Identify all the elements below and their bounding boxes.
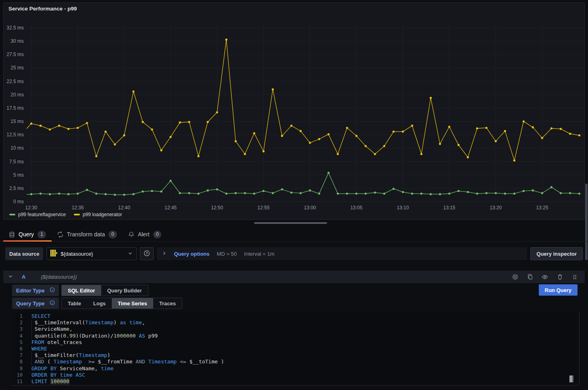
line-number: 2 [12,319,31,326]
query-options-toggle[interactable]: Query options [174,251,209,257]
tab-label: Transform data [67,231,105,238]
svg-text:15 ms: 15 ms [10,119,24,124]
editor-type-radio-group: SQL Editor Query Builder [61,285,148,296]
line-number: 6 [12,346,31,352]
chevron-right-icon[interactable] [162,251,167,257]
code-line[interactable]: 3 ServiceName, [12,326,579,332]
code-line[interactable]: 11LIMIT 100000 [12,378,579,385]
tab-count-badge: 0 [108,231,117,238]
code-line[interactable]: 2 $__timeInterval(Timestamp) as time, [12,319,579,326]
svg-text:12:55: 12:55 [257,205,269,211]
editor-type-label: Editor Type [16,288,45,294]
editor-type-query-builder[interactable]: Query Builder [101,285,148,296]
panel-title: Service Performance - p99 [8,6,77,12]
svg-text:2.5 ms: 2.5 ms [9,186,24,191]
code-text: LIMIT 100000 [31,378,69,385]
query-datasource-hint: (${datasource}) [41,274,77,280]
bell-icon [128,231,134,238]
collapse-chevron-icon[interactable] [8,274,13,280]
code-line[interactable]: 9GROUP BY ServiceName, time [12,365,579,372]
code-text: $__timeInterval(Timestamp) as time, [31,319,145,326]
legend-label: p99 loadgenerator [83,212,122,217]
svg-text:13:05: 13:05 [350,205,363,211]
info-circle-icon[interactable] [50,287,55,294]
svg-text:12:35: 12:35 [72,205,84,211]
sql-code-editor[interactable]: 1SELECT2 $__timeInterval(Timestamp) as t… [12,311,580,386]
datasource-value: ${datasource} [60,251,125,257]
datasource-picker[interactable]: ${datasource} [46,247,137,260]
tab-count-badge: 0 [153,231,162,238]
svg-text:13:20: 13:20 [490,205,502,211]
hide-response-eye-icon[interactable] [540,274,550,280]
line-number: 8 [12,359,31,365]
editor-type-sql-editor[interactable]: SQL Editor [62,285,101,296]
svg-text:17.5 ms: 17.5 ms [6,105,24,111]
svg-text:13:25: 13:25 [536,205,548,211]
code-text: FROM otel_traces [31,339,82,346]
run-query-button[interactable]: Run Query [539,284,578,296]
query-type-label-chip: Query Type [12,298,59,309]
line-number: 7 [12,352,31,359]
database-icon [9,231,15,238]
line-number: 10 [12,372,31,378]
chevron-down-icon [128,251,133,257]
code-text: AND ( Timestamp >= $__fromTime AND Times… [31,359,224,365]
record-query-icon[interactable] [510,274,520,280]
legend-label: p99 featureflagservice [18,212,66,217]
svg-text:12:50: 12:50 [211,205,223,211]
query-type-radio-group: Table Logs Time Series Traces [61,298,182,309]
tab-transform-data[interactable]: Transform data 0 [52,227,123,241]
svg-text:?: ? [146,251,148,255]
code-line[interactable]: 1SELECT [12,313,579,319]
panel-service-performance: Service Performance - p99 0 ms2.5 ms5 ms… [3,2,585,220]
code-line[interactable]: 7 $__timeFilter(Timestamp) [12,352,579,359]
svg-text:32.5 ms: 32.5 ms [6,25,24,31]
tab-alert[interactable]: Alert 0 [123,227,167,241]
line-number: 3 [12,326,31,332]
legend-item-featureflagservice[interactable]: p99 featureflagservice [9,212,66,217]
legend-swatch [9,214,15,215]
svg-text:0 ms: 0 ms [13,199,24,204]
query-type-row: Query Type Table Logs Time Series Traces [12,298,182,309]
svg-text:12.5 ms: 12.5 ms [6,132,24,138]
query-inspector-button[interactable]: Query inspector [530,247,583,260]
tab-query[interactable]: Query 1 [3,227,52,241]
query-type-logs[interactable]: Logs [87,298,112,309]
line-number: 4 [12,333,31,339]
code-line[interactable]: 10ORDER BY time ASC [12,372,579,378]
code-line[interactable]: 8 AND ( Timestamp >= $__fromTime AND Tim… [12,359,579,365]
line-number: 1 [12,313,31,319]
code-text: quantile(0.99)(Duration)/1000000 AS p99 [31,333,158,339]
code-text: GROUP BY ServiceName, time [31,365,114,372]
code-text: $__timeFilter(Timestamp) [31,352,111,359]
duplicate-query-icon[interactable] [525,274,535,280]
line-number: 5 [12,339,31,346]
datasource-label: Data source [5,247,43,260]
timeseries-chart[interactable]: 0 ms2.5 ms5 ms7.5 ms10 ms12.5 ms15 ms17.… [4,18,584,213]
datasource-help-button[interactable]: ? [140,247,154,260]
info-circle-icon[interactable] [50,300,55,307]
code-line[interactable]: 6WHERE [12,346,579,352]
code-text: ServiceName, [31,326,73,332]
query-type-traces[interactable]: Traces [153,298,182,309]
line-number: 9 [12,365,31,372]
line-number: 11 [12,378,31,385]
editor-tabbar: Query 1 Transform data 0 Alert 0 [0,227,588,242]
legend-item-loadgenerator[interactable]: p99 loadgenerator [74,212,122,217]
drag-handle-icon[interactable] [569,274,580,280]
svg-text:25 ms: 25 ms [10,65,24,71]
code-text: WHERE [31,346,47,352]
query-type-time-series[interactable]: Time Series [112,298,153,309]
svg-text:13:00: 13:00 [304,205,316,211]
code-line[interactable]: 4 quantile(0.99)(Duration)/1000000 AS p9… [12,333,579,339]
code-line[interactable]: 5FROM otel_traces [12,339,579,346]
query-type-table[interactable]: Table [62,298,87,309]
horizontal-scrollbar-thumb[interactable] [254,222,327,224]
tab-label: Query [19,231,34,238]
delete-query-trash-icon[interactable] [555,274,565,280]
query-ref-id: A [22,274,25,280]
svg-text:12:40: 12:40 [118,205,130,211]
query-options-bar: Query options MD = 50 Interval = 1m [157,247,527,260]
transform-icon [57,231,63,238]
code-text: SELECT [31,313,50,319]
